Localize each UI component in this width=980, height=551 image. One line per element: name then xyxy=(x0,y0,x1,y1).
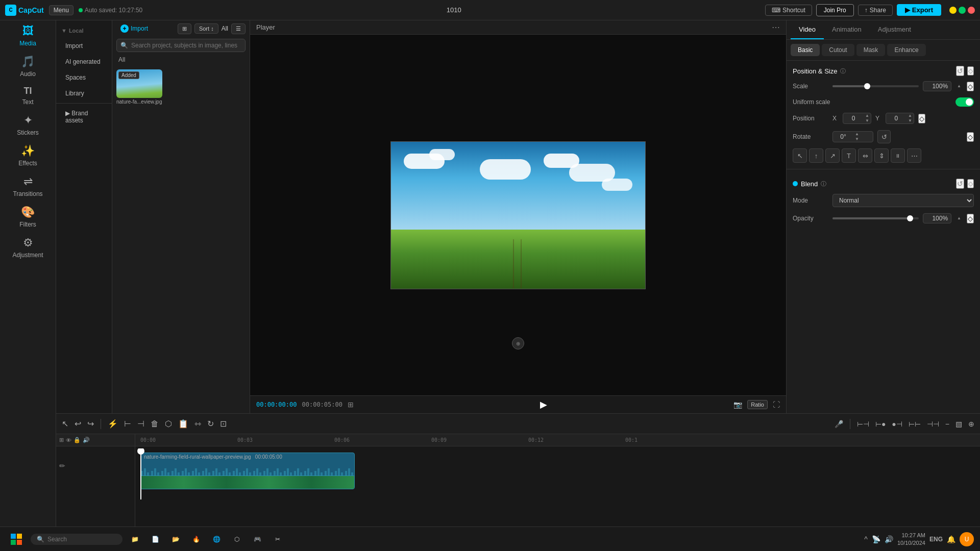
position-diamond-button[interactable]: ◇ xyxy=(918,114,925,123)
eye-button[interactable]: 👁 xyxy=(66,437,71,443)
taskbar-browser[interactable]: 🌐 xyxy=(208,531,225,547)
tab-stickers[interactable]: ✦ Stickers xyxy=(10,110,46,140)
opacity-value-input[interactable] xyxy=(923,213,951,223)
taskbar-folder[interactable]: 📂 xyxy=(167,531,184,547)
all-filter-button[interactable]: All xyxy=(222,25,228,32)
uniform-scale-toggle[interactable] xyxy=(955,97,974,107)
nav-brand-assets[interactable]: ▶ Brand assets xyxy=(58,106,110,128)
video-clip[interactable]: nature-farming-field-rural-wallpaper-pre… xyxy=(140,453,355,489)
network-icon[interactable]: 📡 xyxy=(872,535,880,543)
zoom-in-button[interactable]: ▧ xyxy=(954,418,964,430)
shortcut-button[interactable]: ⌨ Shortcut xyxy=(765,5,812,16)
align-center-v-button[interactable]: ⇕ xyxy=(874,148,889,163)
x-up-button[interactable]: ▲ xyxy=(864,113,871,118)
player-more-button[interactable]: ⋯ xyxy=(772,22,780,32)
x-down-button[interactable]: ▼ xyxy=(864,118,871,123)
sub-tab-cutout[interactable]: Cutout xyxy=(822,44,854,56)
share-button[interactable]: ↑ Share xyxy=(858,5,893,16)
taskbar-search-bar[interactable]: 🔍 xyxy=(31,534,122,545)
snap-center-button[interactable]: ⊢● xyxy=(874,418,887,430)
undo-button[interactable]: ↩ xyxy=(73,417,83,430)
ratio-button[interactable]: Ratio xyxy=(747,400,768,409)
trim-left-button[interactable]: ⊢ xyxy=(122,417,133,430)
crop-button[interactable]: ⊡ xyxy=(218,417,228,430)
notification-icon[interactable]: 🔔 xyxy=(947,535,955,543)
align-center-text-button[interactable]: T xyxy=(842,148,856,163)
grid-view-button[interactable]: ⊞ xyxy=(178,23,191,34)
tab-filters[interactable]: 🎨 Filters xyxy=(12,202,43,232)
redo-button[interactable]: ↪ xyxy=(86,417,95,430)
align-top-center-button[interactable]: ↑ xyxy=(809,148,823,163)
scale-slider[interactable] xyxy=(832,85,919,87)
rotate-down-button[interactable]: ▼ xyxy=(853,137,861,142)
sub-tab-enhance[interactable]: Enhance xyxy=(887,44,925,56)
trim-right-button[interactable]: ⊣ xyxy=(136,417,146,430)
taskbar-app-2[interactable]: ⬡ xyxy=(229,531,245,547)
tab-media[interactable]: 🖼 Media xyxy=(12,20,43,51)
position-diamond-button[interactable]: ◇ xyxy=(967,66,974,76)
tab-audio[interactable]: 🎵 Audio xyxy=(13,51,43,82)
audio-button[interactable]: 🔊 xyxy=(83,437,90,443)
chevron-up-icon[interactable]: ^ xyxy=(864,535,868,543)
more-options-button[interactable]: ⊕ xyxy=(967,418,976,430)
scale-up-button[interactable]: ▲ xyxy=(955,84,963,89)
minimize-button[interactable] xyxy=(949,7,957,14)
paste-button[interactable]: 📋 xyxy=(177,417,190,430)
scale-diamond-button[interactable]: ◇ xyxy=(967,82,974,91)
mirror-button[interactable]: ⇿ xyxy=(193,417,203,430)
sub-tab-mask[interactable]: Mask xyxy=(856,44,886,56)
fullscreen-button[interactable]: ⛶ xyxy=(773,400,780,409)
rotate-reset-button[interactable]: ↺ xyxy=(877,130,891,143)
taskbar-xbox[interactable]: 🎮 xyxy=(249,531,265,547)
maximize-button[interactable] xyxy=(959,7,966,14)
tab-adjustment[interactable]: ⚙ Adjustment xyxy=(5,232,50,263)
join-pro-button[interactable]: Join Pro xyxy=(816,4,854,16)
cursor-tool-button[interactable]: ↖ xyxy=(60,417,70,430)
align-top-left-button[interactable]: ↖ xyxy=(793,148,807,163)
lock-button[interactable]: 🔒 xyxy=(74,437,81,443)
blend-mode-select[interactable]: Normal Multiply Screen Overlay xyxy=(832,194,974,207)
nav-spaces[interactable]: Spaces xyxy=(58,70,110,85)
start-button[interactable] xyxy=(6,529,27,549)
nav-import[interactable]: Import xyxy=(58,38,110,54)
taskbar-app-1[interactable]: 🔥 xyxy=(188,531,204,547)
scale-value-input[interactable] xyxy=(923,81,951,91)
align-top-right-button[interactable]: ↗ xyxy=(825,148,840,163)
rotate-up-button[interactable]: ▲ xyxy=(853,132,861,137)
blend-reset-button[interactable]: ↺ xyxy=(956,179,964,189)
rpanel-tab-animation[interactable]: Animation xyxy=(824,20,870,39)
snap-button-3[interactable]: ⊣⊣ xyxy=(925,418,941,430)
play-button[interactable]: ▶ xyxy=(540,399,547,410)
snap-right-button[interactable]: ●⊣ xyxy=(890,418,903,430)
user-avatar[interactable]: U xyxy=(960,532,974,546)
nav-ai-generated[interactable]: AI generated xyxy=(58,54,110,69)
align-pause-button[interactable]: ⏸ xyxy=(891,148,905,163)
y-input[interactable] xyxy=(886,113,906,123)
playhead[interactable] xyxy=(140,448,141,499)
frame-grid-button[interactable]: ⊞ xyxy=(348,400,354,409)
opacity-slider[interactable] xyxy=(832,217,919,219)
import-button[interactable]: + Import xyxy=(116,22,152,35)
y-up-button[interactable]: ▲ xyxy=(906,113,914,118)
rpanel-tab-adjustment[interactable]: Adjustment xyxy=(870,20,919,39)
opacity-diamond-button[interactable]: ◇ xyxy=(967,214,974,223)
align-center-h-button[interactable]: ⇔ xyxy=(858,148,872,163)
add-track-button[interactable]: ⊞ xyxy=(59,437,64,443)
rotate-input[interactable] xyxy=(833,132,853,142)
filter-options-button[interactable]: ☰ xyxy=(231,23,246,34)
y-down-button[interactable]: ▼ xyxy=(906,118,914,123)
tab-text[interactable]: TI Text xyxy=(13,82,43,110)
nav-library[interactable]: Library xyxy=(58,86,110,101)
tab-effects[interactable]: ✨ Effects xyxy=(11,140,44,171)
x-input[interactable] xyxy=(843,113,864,123)
media-search-input[interactable] xyxy=(116,39,246,52)
sub-tab-basic[interactable]: Basic xyxy=(791,44,820,56)
media-thumb-nature[interactable]: Added xyxy=(116,69,162,98)
sort-button[interactable]: Sort ↕ xyxy=(194,23,218,34)
volume-icon[interactable]: 🔊 xyxy=(885,535,893,543)
scrubber-control[interactable]: ⊕ xyxy=(512,337,524,349)
menu-button[interactable]: Menu xyxy=(49,5,74,15)
opacity-spin-button[interactable]: ▲ xyxy=(955,216,963,221)
screenshot-button[interactable]: 📷 xyxy=(733,400,742,409)
snap-left-button[interactable]: ⊢⊣ xyxy=(855,418,871,430)
